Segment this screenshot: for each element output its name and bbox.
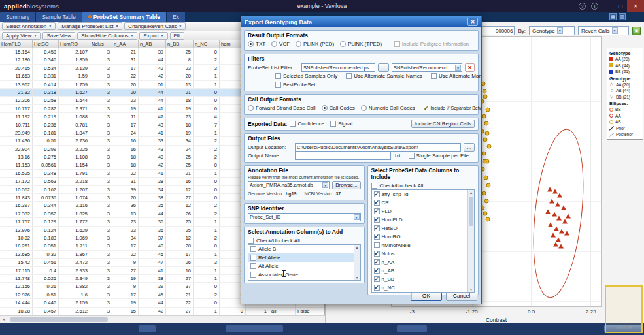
maximize-icon[interactable]: ▢ (614, 0, 627, 12)
sample-combo[interactable]: 000006 (481, 26, 515, 35)
checkbox-include-pedigree-information[interactable]: Include Pedigree Information (394, 41, 469, 47)
list-item-fld[interactable]: FLD (372, 207, 474, 215)
list-item-nminorallele[interactable]: nMinorAllele (372, 241, 474, 249)
annotation-browse-button[interactable]: Browse... (332, 181, 360, 189)
dialog-titlebar[interactable]: Export Genotyping Data ✕ (241, 16, 481, 27)
list-item-hetso[interactable]: HetSO (372, 224, 474, 232)
radio-vcf[interactable]: VCF (271, 41, 290, 47)
table-horizontal-scrollbar[interactable]: ◄ (0, 315, 325, 323)
checkbox-box[interactable] (374, 276, 380, 282)
toolbar-button-change-revert-calls[interactable]: Change/Revert Calls▼ (124, 22, 186, 30)
checkbox-use-alternate-sample-names[interactable]: Use Alternate Sample Names (346, 73, 422, 79)
checkbox-confidence[interactable]: Confidence (290, 121, 324, 127)
checkbox-box[interactable] (374, 259, 380, 265)
scroll-up-icon[interactable]: ▲ (356, 245, 359, 250)
clear-filter-button[interactable]: ✕ (465, 63, 475, 72)
column-header-n-ab[interactable]: n_AB (139, 40, 166, 48)
scroll-left-icon[interactable]: ◄ (0, 317, 7, 321)
scroll-down-icon[interactable]: ▼ (469, 287, 473, 292)
column-header-homro[interactable]: HomRO (59, 40, 90, 48)
output-location-browse-button[interactable]: ... (464, 143, 475, 152)
tab-probeset-summary-table[interactable]: ProbeSet Summary Table (82, 12, 166, 22)
scroll-track[interactable] (468, 195, 474, 287)
color-by-combo[interactable]: Genotype ▼ (529, 26, 575, 35)
checkbox-box[interactable] (250, 255, 256, 261)
checkbox-box[interactable] (374, 200, 380, 206)
annotation-file-combo[interactable]: Axiom_PMRA.na35.annot.db ▼ (248, 181, 330, 189)
column-header-n-bb[interactable]: n_BB (166, 40, 194, 48)
output-location-input[interactable]: C:\Users\Public\Documents\AxiomAnalysisS… (295, 143, 461, 152)
radio-txt[interactable]: TXT (248, 41, 265, 47)
list-item-affy-snp-id[interactable]: affy_snp_id (372, 190, 474, 199)
scrollbar-thumb[interactable] (469, 197, 473, 226)
radio-plink-ped[interactable]: PLINK (PED) (296, 41, 334, 47)
revert-calls-combo[interactable]: Revert Calls ▼ (578, 26, 629, 35)
radio-numeric-call-codes[interactable]: Numeric Call Codes (361, 105, 415, 111)
list-item-homro[interactable]: HomRO (372, 232, 474, 241)
list-item-ref-allele[interactable]: Ref Allele (248, 253, 360, 262)
list-item-allele-b[interactable]: Allele B (248, 245, 360, 253)
layout-split-icon[interactable]: ▥ (619, 13, 626, 20)
checkbox-signal[interactable]: Signal (330, 121, 352, 127)
tab-summary[interactable]: Summary (0, 12, 35, 22)
minimize-icon[interactable]: – (601, 0, 614, 12)
checkbox-box[interactable] (374, 225, 380, 231)
include-cn-region-calls-button[interactable]: Include CN Region Calls (411, 120, 475, 128)
toolbar-button-filt[interactable]: Filt (170, 32, 185, 40)
radio-plink-tped[interactable]: PLINK (TPED) (340, 41, 382, 47)
scroll-track[interactable] (354, 250, 360, 275)
radio-forward-strand-base-call[interactable]: Forward Strand Base Call (248, 105, 316, 111)
toolbar-button-show-hide-columns[interactable]: Show/Hide Columns▼ (77, 32, 137, 40)
checkbox-box[interactable] (374, 242, 380, 248)
tab-ex[interactable]: Ex (167, 12, 185, 22)
separator-option[interactable]: ✓ Include '/' Separator Between Alleles (424, 105, 481, 112)
list-item-n-nc[interactable]: n_NC (372, 283, 474, 292)
column-header-hetso[interactable]: HetSO (33, 40, 59, 48)
list-item-n-bb[interactable]: n_BB (372, 275, 474, 283)
export-plot-icon[interactable]: ▣ (632, 27, 641, 35)
list-item-n-ab[interactable]: n_AB (372, 266, 474, 275)
check-all-probeset-checkbox[interactable] (371, 183, 377, 189)
list-item-alt-allele[interactable]: Alt Allele (248, 262, 360, 270)
table-row[interactable]: 18.280.4572.6123154227101allFalse (0, 308, 324, 315)
toolbar-button-save-view[interactable]: Save View (42, 32, 75, 40)
checkbox-box[interactable] (250, 272, 256, 278)
toolbar-button-apply-view[interactable]: Apply View▼ (2, 32, 41, 40)
column-header-n-nc[interactable]: n_NC (194, 40, 220, 48)
checkbox-box[interactable] (374, 268, 380, 274)
scroll-down-icon[interactable]: ▼ (356, 275, 359, 280)
checkbox-box[interactable] (374, 217, 380, 223)
checkbox-box[interactable] (374, 191, 380, 197)
toolbar-button-select-annotation[interactable]: Select Annotation▼ (2, 22, 56, 30)
column-header-n-aa[interactable]: n_AA (112, 40, 139, 48)
checkbox-bestprobeset[interactable]: BestProbeSet (275, 82, 315, 88)
probeset-filter-input[interactable]: SNPolisher/Recommended.ps (301, 63, 375, 72)
scroll-up-icon[interactable]: ▲ (469, 190, 473, 195)
check-all-annotation-checkbox[interactable] (248, 238, 254, 244)
radio-call-codes[interactable]: Call Codes (322, 105, 355, 111)
tab-sample-table[interactable]: Sample Table (36, 12, 81, 22)
list-item-associated-gene[interactable]: Associated Gene (248, 270, 360, 279)
probeset-columns-list[interactable]: ▲ ▼ affy_snp_idCRFLDHomFLDHetSOHomROnMin… (371, 189, 475, 293)
dialog-close-icon[interactable]: ✕ (467, 18, 478, 26)
checkbox-box[interactable] (250, 263, 256, 269)
close-icon[interactable]: ✕ (627, 0, 644, 12)
toolbar-button-export[interactable]: Export▼ (139, 32, 167, 40)
info-icon[interactable]: i (591, 3, 598, 10)
help-icon[interactable]: ? (579, 3, 586, 10)
checkbox-use-alternate-marker-names[interactable]: Use Alternate Marker Names (431, 73, 481, 79)
checkbox-selected-samples-only[interactable]: Selected Samples Only (275, 73, 337, 79)
status-segment[interactable] (397, 325, 427, 332)
list-item-homfld[interactable]: HomFLD (372, 215, 474, 224)
annotation-columns-list[interactable]: ▲ ▼ Allele BRef AlleleAlt AlleleAssociat… (248, 244, 361, 281)
status-segment[interactable] (226, 325, 283, 332)
status-segment[interactable] (139, 325, 156, 332)
list-item-nclus[interactable]: Nclus (372, 249, 474, 258)
checkbox-single-sample-per-file[interactable]: Single Sample per File (409, 153, 469, 159)
list-item-cr[interactable]: CR (372, 199, 474, 207)
checkbox-box[interactable] (374, 208, 380, 214)
list-item-n-aa[interactable]: n_AA (372, 258, 474, 266)
layout-grid-icon[interactable]: ▦ (609, 13, 617, 20)
list-scrollbar[interactable]: ▲ ▼ (467, 190, 474, 292)
checkbox-box[interactable] (250, 246, 256, 252)
